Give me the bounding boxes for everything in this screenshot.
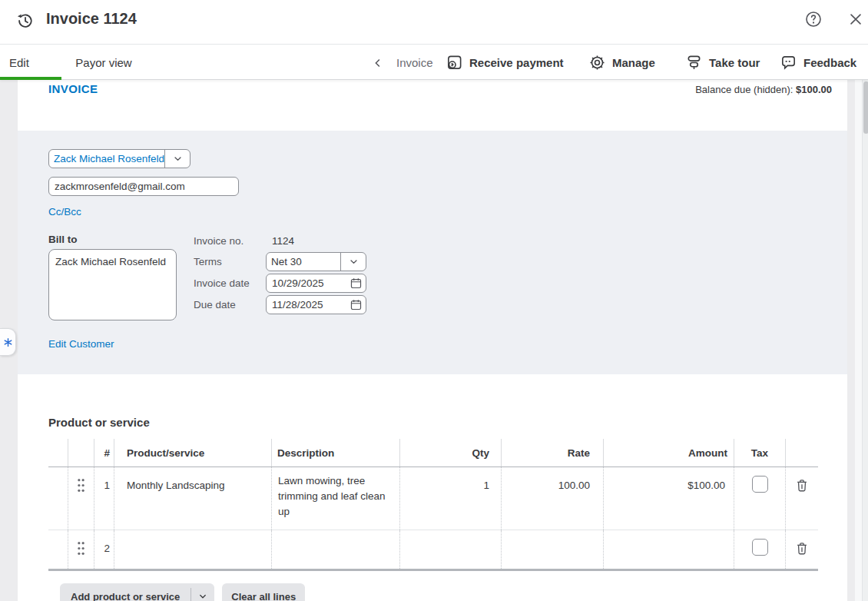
receive-payment-label: Receive payment	[469, 56, 564, 69]
invoice-no-label: Invoice no.	[194, 235, 244, 247]
bill-to-field[interactable]: Zack Michael Rosenfeld	[48, 249, 177, 320]
amount-cell[interactable]: $100.00	[603, 467, 734, 530]
customer-select-value: Zack Michael Rosenfeld	[49, 150, 164, 168]
content-scroll-area: INVOICE Balance due (hidden): $100.00 Za…	[0, 80, 868, 601]
line-number: 2	[104, 543, 110, 554]
invoice-form-card: INVOICE Balance due (hidden): $100.00 Za…	[18, 80, 847, 601]
rate-value: 100.00	[558, 480, 590, 491]
col-qty: Qty	[400, 439, 501, 467]
invoice-editor-window: Invoice 1124 Edit Payor view In	[0, 0, 868, 601]
scrollbar-track[interactable]	[862, 80, 868, 601]
invoice-no-value: 1124	[272, 235, 294, 247]
feedback-label: Feedback	[803, 56, 856, 69]
product-value: Monthly Landscaping	[127, 480, 225, 491]
col-number: #	[94, 439, 114, 467]
invoice-date-field-wrap	[266, 274, 366, 293]
scrollbar-gutter	[855, 80, 862, 601]
edge-extension-handle[interactable]	[0, 328, 16, 356]
trash-icon[interactable]	[794, 540, 811, 556]
tab-edit-label: Edit	[9, 56, 29, 69]
balance-due-value: $100.00	[796, 84, 832, 95]
tax-checkbox[interactable]	[752, 539, 768, 556]
customer-select[interactable]: Zack Michael Rosenfeld	[48, 149, 190, 168]
calendar-icon[interactable]	[350, 298, 363, 311]
product-cell[interactable]: Monthly Landscaping	[114, 467, 271, 530]
manage-button[interactable]: Manage	[588, 45, 655, 80]
product-cell[interactable]	[114, 530, 271, 569]
amount-cell[interactable]	[603, 530, 734, 569]
email-field[interactable]	[48, 177, 239, 196]
terms-select-value: Net 30	[267, 253, 340, 271]
balance-due-label: Balance due (hidden):	[695, 84, 796, 95]
qty-cell[interactable]	[399, 530, 501, 569]
gear-icon	[588, 54, 606, 71]
invoice-date-label: Invoice date	[194, 277, 250, 289]
take-tour-label: Take tour	[709, 56, 760, 69]
table-row: 1 Monthly Landscaping Lawn mowing, tree …	[48, 467, 818, 530]
qty-cell[interactable]: 1	[399, 467, 501, 530]
chevron-down-icon[interactable]	[341, 253, 366, 271]
take-tour-button[interactable]: Take tour	[685, 45, 760, 80]
qty-value: 1	[483, 480, 489, 491]
active-tab-indicator	[0, 77, 61, 80]
table-row: 2	[48, 530, 818, 571]
terms-select[interactable]: Net 30	[266, 252, 366, 271]
tab-toolbar-row: Edit Payor view Invoice Receive payment	[0, 45, 868, 80]
speech-bubble-icon	[780, 54, 797, 71]
add-product-split-button: Add product or service	[60, 583, 214, 601]
receive-payment-button[interactable]: Receive payment	[446, 45, 564, 80]
terms-label: Terms	[194, 256, 222, 267]
clear-all-lines-button[interactable]: Clear all lines	[222, 583, 305, 601]
line-number: 1	[104, 480, 110, 491]
table-actions: Add product or service Clear all lines	[60, 583, 305, 601]
customer-panel: Zack Michael Rosenfeld Cc/Bcc Bill to Za…	[18, 131, 847, 374]
close-icon[interactable]	[845, 8, 866, 30]
due-date-label: Due date	[194, 299, 236, 310]
balance-due: Balance due (hidden): $100.00	[695, 84, 832, 95]
col-description: Description	[272, 439, 399, 467]
tab-payor-view[interactable]: Payor view	[71, 45, 137, 80]
asterisk-icon	[3, 337, 13, 347]
drag-handle-icon[interactable]	[77, 478, 85, 493]
help-icon[interactable]	[803, 8, 824, 30]
trash-icon[interactable]	[794, 476, 811, 493]
page-title: Invoice 1124	[46, 10, 137, 28]
tab-edit[interactable]: Edit	[0, 45, 61, 80]
amount-value: $100.00	[687, 480, 725, 491]
line-items-table: # Product/service Description Qty Rate A…	[48, 439, 818, 571]
edit-customer-link[interactable]: Edit Customer	[48, 338, 114, 350]
description-cell[interactable]: Lawn mowing, tree trimming and leaf clea…	[271, 467, 399, 530]
due-date-field-wrap	[266, 295, 366, 314]
signpost-icon	[685, 54, 703, 71]
col-rate: Rate	[502, 439, 603, 467]
scrollbar-thumb[interactable]	[863, 81, 868, 134]
calendar-icon[interactable]	[350, 277, 363, 290]
tab-payor-view-label: Payor view	[75, 56, 131, 69]
description-value: Lawn mowing, tree trimming and leaf clea…	[278, 473, 395, 520]
add-product-button[interactable]: Add product or service	[60, 583, 190, 601]
chevron-down-icon[interactable]	[191, 583, 214, 601]
rate-cell[interactable]: 100.00	[501, 467, 603, 530]
ccbcc-link[interactable]: Cc/Bcc	[48, 206, 81, 217]
history-icon[interactable]	[15, 10, 36, 32]
bill-to-label: Bill to	[48, 234, 78, 245]
description-cell[interactable]	[271, 530, 399, 569]
table-header-row: # Product/service Description Qty Rate A…	[48, 439, 818, 467]
receive-payment-icon	[446, 54, 463, 71]
invoice-form-title: INVOICE	[48, 82, 98, 95]
feedback-button[interactable]: Feedback	[780, 45, 856, 80]
manage-label: Manage	[612, 56, 655, 69]
breadcrumb[interactable]: Invoice	[396, 45, 434, 80]
rate-cell[interactable]	[501, 530, 603, 569]
col-tax: Tax	[734, 439, 785, 467]
window-header: Invoice 1124	[0, 0, 868, 45]
tax-checkbox[interactable]	[752, 476, 768, 493]
product-service-heading: Product or service	[48, 416, 150, 429]
chevron-left-icon[interactable]	[367, 52, 389, 74]
col-amount: Amount	[604, 439, 734, 467]
drag-handle-icon[interactable]	[77, 541, 85, 556]
col-product-service: Product/service	[114, 439, 271, 467]
chevron-down-icon[interactable]	[165, 150, 190, 168]
